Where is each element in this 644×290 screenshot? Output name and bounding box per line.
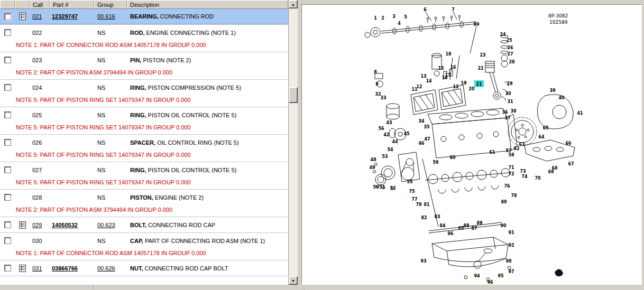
document-icon[interactable] [15, 265, 30, 272]
part-checkbox[interactable] [4, 13, 11, 20]
callout-94[interactable]: 94 [474, 274, 480, 278]
callout-78[interactable]: 78 [511, 193, 517, 198]
callout-38[interactable]: 38 [510, 109, 517, 114]
column-header-checkbox[interactable] [0, 0, 15, 9]
document-icon[interactable] [15, 13, 30, 20]
callout-63[interactable]: 63 [519, 142, 525, 147]
callout-36[interactable]: 36 [502, 110, 508, 115]
callout-26[interactable]: 26 [507, 45, 513, 50]
vertical-scrollbar[interactable]: ▲ ▼ [289, 0, 298, 285]
part-row[interactable]: 026 NS SPACER, OIL CONTROL RING (NOTE 5) [0, 135, 288, 150]
callout-96[interactable]: 96 [487, 280, 493, 284]
part-row[interactable]: 030 NS CAP, PART OF CONNECTING ROD ASM (… [0, 233, 288, 248]
callout-3[interactable]: 3 [392, 14, 395, 19]
part-checkbox[interactable] [4, 166, 11, 173]
callout-99[interactable]: 99 [473, 22, 480, 27]
callout-18[interactable]: 18 [445, 52, 452, 57]
part-checkbox[interactable] [4, 111, 11, 118]
callout-31[interactable]: 31 [507, 99, 513, 104]
part-row[interactable]: 024 NS RING, PISTON COMPRESSION (NOTE 5) [0, 80, 288, 95]
part-checkbox[interactable] [4, 194, 11, 201]
callout-43[interactable]: 43 [386, 120, 392, 125]
callout-44[interactable]: 44 [392, 139, 398, 144]
callout-16[interactable]: 16 [450, 65, 456, 70]
call-number[interactable]: 031 [32, 265, 42, 272]
call-number[interactable]: 025 [32, 112, 42, 118]
callout-56[interactable]: 56 [378, 126, 384, 131]
callout-74[interactable]: 74 [521, 174, 528, 179]
callout-88[interactable]: 88 [463, 223, 470, 228]
group-number[interactable]: NS [97, 167, 105, 173]
part-row[interactable]: 025 NS RING, PISTON OIL CONTROL (NOTE 5) [0, 107, 288, 123]
callout-34[interactable]: 34 [418, 119, 425, 124]
call-number[interactable]: 024 [32, 85, 42, 91]
callout-80[interactable]: 80 [501, 200, 507, 204]
part-row[interactable]: 021 12329747 00.616 BEARING, CONNECTING … [0, 9, 288, 24]
callout-42[interactable]: 42 [383, 133, 389, 137]
callout-83[interactable]: 83 [434, 214, 440, 219]
callout-48[interactable]: 48 [370, 157, 376, 162]
callout-15[interactable]: 15 [438, 66, 444, 71]
callout-55[interactable]: 55 [407, 180, 413, 184]
callout-4[interactable]: 4 [398, 21, 401, 26]
callout-98[interactable]: 98 [505, 259, 512, 264]
part-row[interactable]: 029 14050532 00.623 BOLT, CONNECTING ROD… [0, 217, 288, 232]
document-icon[interactable] [15, 221, 30, 229]
callout-39[interactable]: 39 [549, 88, 556, 93]
part-number-link[interactable]: 03866766 [52, 265, 78, 272]
callout-93[interactable]: 93 [420, 259, 426, 264]
group-number[interactable]: NS [97, 85, 105, 91]
group-number[interactable]: 00.626 [97, 265, 115, 272]
callout-10[interactable]: 10 [441, 76, 448, 80]
callout-1[interactable]: 1 [374, 16, 377, 21]
callout-46[interactable]: 46 [418, 141, 425, 146]
group-number[interactable]: NS [97, 30, 105, 36]
callout-8[interactable]: 8 [374, 70, 377, 74]
group-number[interactable]: NS [97, 139, 105, 146]
callout-19[interactable]: 19 [461, 81, 467, 86]
callout-76[interactable]: 76 [504, 184, 510, 189]
callout-81[interactable]: 81 [424, 202, 430, 207]
callout-60[interactable]: 60 [449, 155, 456, 160]
callout-49[interactable]: 49 [369, 165, 375, 170]
callout-59[interactable]: 59 [433, 160, 439, 165]
callout-35[interactable]: 35 [424, 125, 430, 129]
part-checkbox[interactable] [4, 139, 11, 146]
group-number[interactable]: NS [97, 238, 105, 244]
callout-61[interactable]: 61 [489, 150, 495, 155]
callout-54[interactable]: 54 [387, 147, 393, 152]
part-checkbox[interactable] [4, 57, 11, 63]
callout-71[interactable]: 71 [508, 165, 514, 170]
part-checkbox[interactable] [4, 29, 11, 36]
part-checkbox[interactable] [4, 265, 11, 272]
callout-87[interactable]: 87 [471, 226, 477, 231]
column-header-call[interactable]: Call [30, 0, 50, 9]
column-header-group[interactable]: Group [94, 0, 127, 9]
callout-77[interactable]: 77 [411, 197, 417, 202]
callout-24[interactable]: 24 [500, 32, 506, 37]
callout-58[interactable]: 58 [508, 153, 514, 157]
part-number-link[interactable]: 14050532 [52, 222, 78, 228]
call-number[interactable]: 029 [32, 222, 42, 228]
callout-22[interactable]: 22 [477, 66, 483, 71]
callout-97[interactable]: 97 [508, 269, 514, 274]
callout-29[interactable]: 29 [507, 81, 513, 86]
callout-14[interactable]: 14 [426, 79, 432, 83]
call-number[interactable]: 030 [32, 238, 42, 244]
callout-73[interactable]: 73 [520, 169, 526, 174]
callout-79[interactable]: 79 [416, 202, 422, 207]
column-header-part[interactable]: Part # [50, 0, 94, 9]
call-number[interactable]: 023 [32, 57, 42, 63]
callout-50[interactable]: 50 [373, 185, 379, 190]
part-checkbox[interactable] [4, 221, 11, 228]
part-checkbox[interactable] [4, 84, 11, 91]
part-number-link[interactable]: 12329747 [52, 13, 78, 20]
part-row[interactable]: 023 NS PIN, PISTON (NOTE 2) [0, 52, 288, 68]
callout-13[interactable]: 13 [420, 74, 426, 79]
callout-91[interactable]: 91 [508, 230, 514, 235]
callout-70[interactable]: 70 [535, 176, 541, 181]
callout-2[interactable]: 2 [381, 16, 384, 21]
callout-65[interactable]: 65 [542, 126, 549, 130]
callout-27[interactable]: 27 [507, 52, 513, 57]
callout-47[interactable]: 47 [424, 137, 430, 142]
